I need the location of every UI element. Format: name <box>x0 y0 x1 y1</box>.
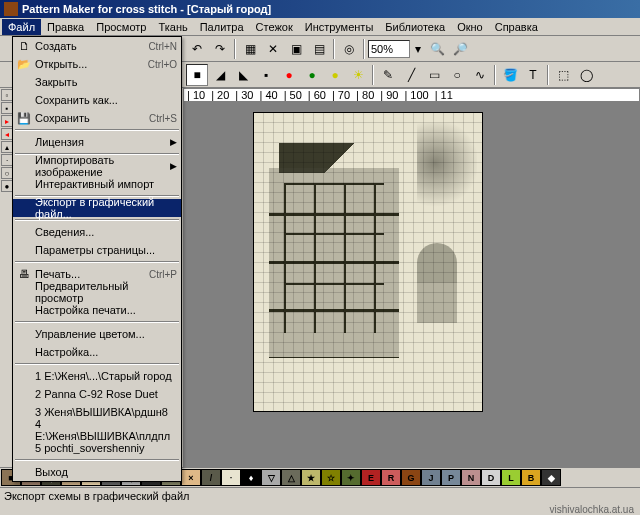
zoom-in-icon[interactable]: 🔍 <box>426 38 448 60</box>
menu-recent-5[interactable]: 5 pochti_sovershenniy <box>13 439 181 457</box>
palette-color[interactable]: L <box>501 469 521 486</box>
menu-create[interactable]: 🗋СоздатьCtrl+N <box>13 37 181 55</box>
menu-settings[interactable]: Настройка... <box>13 343 181 361</box>
menu-help[interactable]: Справка <box>489 19 544 35</box>
grid-icon[interactable]: ▦ <box>239 38 261 60</box>
save-icon: 💾 <box>16 110 32 126</box>
palette-color[interactable]: R <box>381 469 401 486</box>
app-icon <box>4 2 18 16</box>
curve-icon[interactable]: ∿ <box>469 64 491 86</box>
rect-icon[interactable]: ▭ <box>423 64 445 86</box>
palette-color[interactable]: ✦ <box>341 469 361 486</box>
statusbar: Экспорт схемы в графический файл <box>0 487 640 503</box>
sun-icon[interactable]: ☀ <box>347 64 369 86</box>
palette-color[interactable]: × <box>181 469 201 486</box>
dot-yellow-icon[interactable]: ● <box>324 64 346 86</box>
dot-red-icon[interactable]: ● <box>278 64 300 86</box>
window-title: Pattern Maker for cross stitch - [Старый… <box>22 3 271 15</box>
stitch-petite-icon[interactable]: ▪ <box>255 64 277 86</box>
zoom-dropdown-icon[interactable]: ▾ <box>411 38 425 60</box>
dot-green-icon[interactable]: ● <box>301 64 323 86</box>
canvas[interactable] <box>183 102 640 468</box>
palette-color[interactable]: G <box>401 469 421 486</box>
palette-color[interactable]: · <box>221 469 241 486</box>
menu-save-as[interactable]: Сохранить как... <box>13 91 181 109</box>
pattern-preview <box>253 112 483 412</box>
palette-color[interactable]: N <box>461 469 481 486</box>
color-icon[interactable]: ▤ <box>308 38 330 60</box>
submenu-arrow-icon: ▶ <box>170 137 177 147</box>
menu-palette[interactable]: Палитра <box>194 19 250 35</box>
ellipse-icon[interactable]: ○ <box>446 64 468 86</box>
menu-exit[interactable]: Выход <box>13 463 181 481</box>
symbol-icon[interactable]: ▣ <box>285 38 307 60</box>
watermark: vishivalochka.at.ua <box>550 504 635 515</box>
menu-stitch[interactable]: Стежок <box>250 19 299 35</box>
new-icon: 🗋 <box>16 38 32 54</box>
palette-color[interactable]: D <box>481 469 501 486</box>
menu-color-mgmt[interactable]: Управление цветом... <box>13 325 181 343</box>
menu-recent-2[interactable]: 2 Panna C-92 Rose Duet <box>13 385 181 403</box>
line-icon[interactable]: ╱ <box>400 64 422 86</box>
pencil-icon[interactable]: ✎ <box>377 64 399 86</box>
menu-info[interactable]: Сведения... <box>13 223 181 241</box>
menu-fabric[interactable]: Ткань <box>152 19 193 35</box>
menu-window[interactable]: Окно <box>451 19 489 35</box>
x-icon[interactable]: ✕ <box>262 38 284 60</box>
palette-color[interactable]: △ <box>281 469 301 486</box>
select-lasso-icon[interactable]: ◯ <box>575 64 597 86</box>
menu-open[interactable]: 📂Открыть...Ctrl+O <box>13 55 181 73</box>
stitch-full-icon[interactable]: ■ <box>186 64 208 86</box>
menu-interactive-import[interactable]: Интерактивный импорт <box>13 175 181 193</box>
zoom-input[interactable] <box>368 40 410 58</box>
palette-color[interactable]: ▽ <box>261 469 281 486</box>
menubar: Файл Правка Просмотр Ткань Палитра Стежо… <box>0 18 640 36</box>
palette-color[interactable]: B <box>521 469 541 486</box>
redo-icon[interactable]: ↷ <box>209 38 231 60</box>
menu-close[interactable]: Закрыть <box>13 73 181 91</box>
menu-recent-4[interactable]: 4 E:\Женя\ВЫШИВКА\плдпл <box>13 421 181 439</box>
menu-export-graphic[interactable]: Экспорт в графический файл... <box>13 199 181 217</box>
select-rect-icon[interactable]: ⬚ <box>552 64 574 86</box>
zoom-out-icon[interactable]: 🔎 <box>449 38 471 60</box>
menu-print-setup[interactable]: Настройка печати... <box>13 301 181 319</box>
menu-save[interactable]: 💾СохранитьCtrl+S <box>13 109 181 127</box>
stitch-half-icon[interactable]: ◢ <box>209 64 231 86</box>
submenu-arrow-icon: ▶ <box>170 161 177 171</box>
print-icon: 🖶 <box>16 266 32 282</box>
palette-color[interactable]: ◆ <box>541 469 561 486</box>
palette-color[interactable]: J <box>421 469 441 486</box>
palette-color[interactable]: P <box>441 469 461 486</box>
menu-view[interactable]: Просмотр <box>90 19 152 35</box>
text-icon[interactable]: T <box>522 64 544 86</box>
palette-color[interactable]: E <box>361 469 381 486</box>
menu-recent-1[interactable]: 1 E:\Женя\...\Старый город <box>13 367 181 385</box>
fill-icon[interactable]: 🪣 <box>499 64 521 86</box>
file-dropdown-menu: 🗋СоздатьCtrl+N 📂Открыть...Ctrl+O Закрыть… <box>12 36 182 482</box>
undo-icon[interactable]: ↶ <box>186 38 208 60</box>
menu-page-params[interactable]: Параметры страницы... <box>13 241 181 259</box>
palette-color[interactable]: ♦ <box>241 469 261 486</box>
menu-library[interactable]: Библиотека <box>379 19 451 35</box>
titlebar: Pattern Maker for cross stitch - [Старый… <box>0 0 640 18</box>
palette-color[interactable]: / <box>201 469 221 486</box>
ruler-horizontal: | 10| 20| 30| 40| 50| 60| 70| 80| 90| 10… <box>183 88 640 102</box>
open-icon: 📂 <box>16 56 32 72</box>
stitch-quarter-icon[interactable]: ◣ <box>232 64 254 86</box>
menu-license[interactable]: Лицензия▶ <box>13 133 181 151</box>
menu-tools[interactable]: Инструменты <box>299 19 380 35</box>
status-text: Экспорт схемы в графический файл <box>4 490 190 502</box>
target-icon[interactable]: ◎ <box>338 38 360 60</box>
palette-color[interactable]: ☆ <box>321 469 341 486</box>
palette-color[interactable]: ★ <box>301 469 321 486</box>
menu-file[interactable]: Файл <box>2 19 41 35</box>
menu-print-preview[interactable]: Предварительный просмотр <box>13 283 181 301</box>
menu-edit[interactable]: Правка <box>41 19 90 35</box>
menu-import-image[interactable]: Импортировать изображение▶ <box>13 157 181 175</box>
